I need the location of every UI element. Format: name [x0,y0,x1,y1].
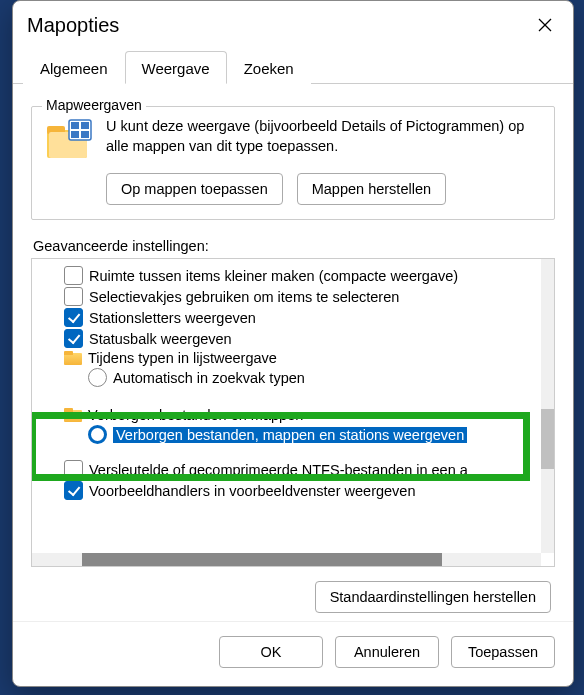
option-item-checkboxes[interactable]: Selectievakjes gebruiken om items te sel… [38,286,536,307]
option-drive-letters[interactable]: Stationsletters weergeven [38,307,536,328]
folder-icon [64,351,82,365]
svg-rect-9 [81,131,89,138]
option-show-hidden-files[interactable]: Verborgen bestanden, mappen en stations … [38,424,536,445]
horizontal-scrollbar-thumb[interactable] [82,553,442,566]
group-label: Verborgen bestanden en mappen [88,407,303,423]
group-typing-in-listview: Tijdens typen in lijstweergave [38,349,536,367]
option-label: Stationsletters weergeven [89,310,256,326]
close-button[interactable] [531,11,559,39]
option-status-bar[interactable]: Statusbalk weergeven [38,328,536,349]
apply-to-folders-button[interactable]: Op mappen toepassen [106,173,283,205]
option-label: Voorbeeldhandlers in voorbeeldvenster we… [89,483,415,499]
advanced-settings-box: Ruimte tussen items kleiner maken (compa… [31,258,555,567]
svg-rect-7 [81,122,89,129]
option-label: Selectievakjes gebruiken om items te sel… [89,289,399,305]
vertical-scrollbar-thumb[interactable] [541,409,554,469]
folderviews-text: U kunt deze weergave (bijvoorbeeld Detai… [106,117,542,156]
option-ntfs-color[interactable]: Versleutelde of gecomprimeerde NTFS-best… [38,459,536,480]
titlebar: Mapopties [13,1,573,45]
option-label: Ruimte tussen items kleiner maken (compa… [89,268,458,284]
checkbox-icon [64,287,83,306]
tab-search[interactable]: Zoeken [227,51,311,84]
checkbox-checked-icon [64,481,83,500]
apply-button[interactable]: Toepassen [451,636,555,668]
option-label: Automatisch in zoekvak typen [113,370,305,386]
option-label: Verborgen bestanden, mappen en stations … [113,427,467,443]
folder-icon [64,408,82,422]
option-compact-view[interactable]: Ruimte tussen items kleiner maken (compa… [38,265,536,286]
close-icon [538,18,552,32]
option-label: Versleutelde of gecomprimeerde NTFS-best… [89,462,468,478]
dialog-footer: OK Annuleren Toepassen [13,621,573,686]
horizontal-scrollbar[interactable] [32,553,541,566]
option-preview-handlers[interactable]: Voorbeeldhandlers in voorbeeldvenster we… [38,480,536,501]
folderviews-label: Mapweergaven [42,97,146,113]
checkbox-icon [64,266,83,285]
tab-content-view: Mapweergaven U kunt deze weergave (bijvo… [13,84,573,621]
reset-folders-button[interactable]: Mappen herstellen [297,173,446,205]
folder-options-dialog: Mapopties Algemeen Weergave Zoeken Mapwe… [12,0,574,687]
restore-defaults-button[interactable]: Standaardinstellingen herstellen [315,581,551,613]
checkbox-icon [64,460,83,479]
vertical-scrollbar[interactable] [541,259,554,553]
option-auto-type-searchbox[interactable]: Automatisch in zoekvak typen [38,367,536,388]
ok-button[interactable]: OK [219,636,323,668]
svg-rect-8 [71,131,79,138]
dialog-title: Mapopties [27,14,119,37]
tab-bar: Algemeen Weergave Zoeken [13,51,573,84]
folderviews-icon [44,117,94,163]
checkbox-checked-icon [64,329,83,348]
tab-general[interactable]: Algemeen [23,51,125,84]
advanced-settings-tree[interactable]: Ruimte tussen items kleiner maken (compa… [32,259,540,552]
svg-rect-6 [71,122,79,129]
tab-view[interactable]: Weergave [125,51,227,84]
group-hidden-files: Verborgen bestanden en mappen [38,406,536,424]
advanced-settings-label: Geavanceerde instellingen: [33,238,555,254]
group-label: Tijdens typen in lijstweergave [88,350,277,366]
folderviews-group: Mapweergaven U kunt deze weergave (bijvo… [31,106,555,220]
radio-selected-icon [88,425,107,444]
radio-icon [88,368,107,387]
checkbox-checked-icon [64,308,83,327]
cancel-button[interactable]: Annuleren [335,636,439,668]
option-label: Statusbalk weergeven [89,331,232,347]
